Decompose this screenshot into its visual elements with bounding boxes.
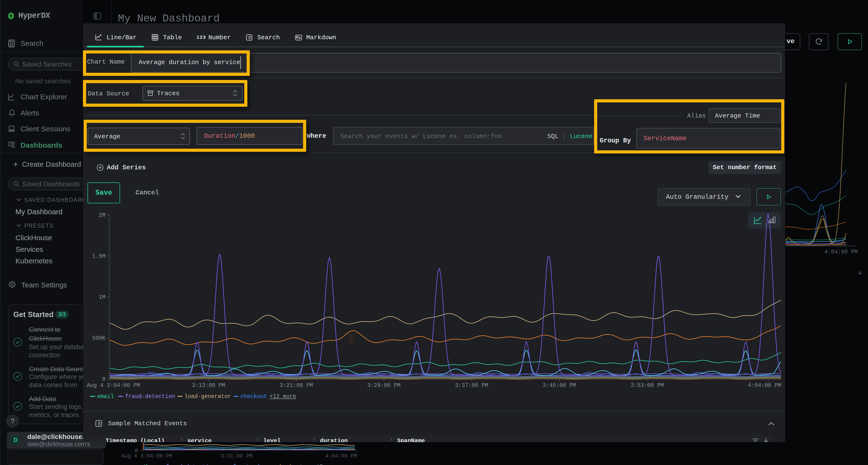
svg-text:1h: 1h: [143, 464, 150, 465]
svg-text:— fraud-detection: — fraud-detection: [159, 464, 216, 465]
svg-text:+15 more: +15 more: [313, 464, 340, 465]
svg-text:4:04:00 PM: 4:04:00 PM: [325, 453, 357, 459]
svg-text:Aug 4 3:04:00 PM: Aug 4 3:04:00 PM: [121, 453, 172, 459]
svg-text:— checkout: — checkout: [269, 464, 303, 465]
svg-text:— frontend: — frontend: [226, 464, 259, 465]
svg-text:3:31:00 PM: 3:31:00 PM: [221, 453, 252, 459]
